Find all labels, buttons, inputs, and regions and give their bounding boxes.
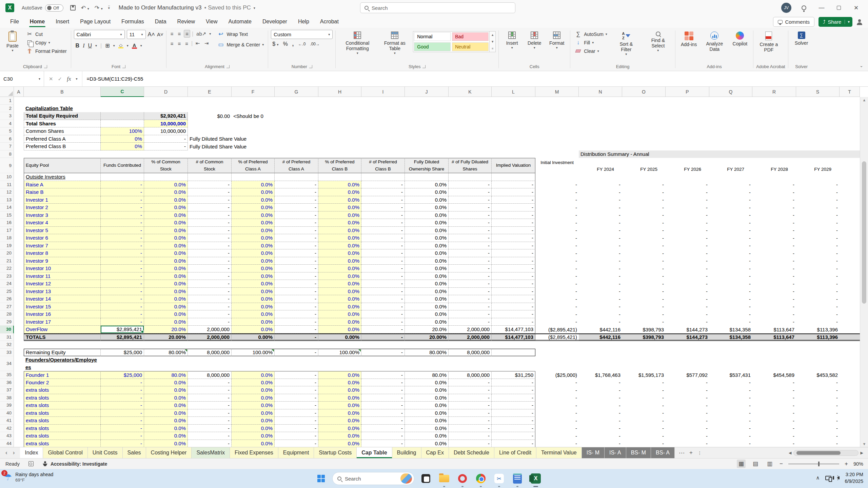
cell-G26[interactable]: -: [275, 295, 318, 303]
cell-L11[interactable]: -: [492, 181, 535, 189]
cell-J13[interactable]: 0.0%: [405, 196, 449, 204]
cell-F44[interactable]: 0.0%: [232, 440, 275, 447]
cell-F33[interactable]: 100.00%: [232, 349, 275, 357]
cell-G42[interactable]: -: [275, 425, 318, 432]
cell-I21[interactable]: -: [361, 257, 405, 265]
cell-D42[interactable]: 0.0%: [144, 425, 188, 432]
cell-O36[interactable]: -: [622, 379, 666, 387]
cell-G32[interactable]: [275, 341, 318, 349]
cell-A43[interactable]: [14, 432, 24, 440]
hscroll-right-icon[interactable]: ▶: [861, 451, 863, 455]
cell-F4[interactable]: [232, 120, 275, 128]
macro-record-icon[interactable]: [28, 461, 34, 466]
cell-M44[interactable]: -: [535, 440, 579, 447]
cell-C40[interactable]: -: [101, 409, 144, 417]
cell-H17[interactable]: 0.0%: [318, 227, 361, 235]
cell-F17[interactable]: 0.0%: [232, 227, 275, 235]
number-format-select[interactable]: Custom▾: [271, 30, 333, 39]
styles-launcher-icon[interactable]: [422, 65, 426, 68]
cell-E33[interactable]: 8,000,000: [188, 349, 232, 357]
cell-H2[interactable]: [318, 105, 361, 113]
cell-I43[interactable]: -: [361, 432, 405, 440]
cell-M26[interactable]: -: [535, 295, 579, 303]
cell-K18[interactable]: -: [449, 234, 492, 242]
cell-G16[interactable]: -: [275, 219, 318, 227]
cell-K35[interactable]: 8,000,000: [449, 371, 492, 379]
cell-R24[interactable]: -: [752, 280, 796, 288]
cell-G12[interactable]: -: [275, 188, 318, 196]
cell-T19[interactable]: [840, 242, 860, 250]
row-header-4[interactable]: 4: [0, 120, 14, 128]
cell-R32[interactable]: [752, 341, 796, 349]
cell-H16[interactable]: 0.0%: [318, 219, 361, 227]
cell-G35[interactable]: -: [275, 371, 318, 379]
cell-T2[interactable]: [840, 105, 860, 113]
cell-R36[interactable]: -: [752, 379, 796, 387]
cell-I29[interactable]: -: [361, 318, 405, 326]
cell-I39[interactable]: -: [361, 402, 405, 409]
cell-D19[interactable]: 0.0%: [144, 242, 188, 250]
cell-S12[interactable]: -: [796, 188, 840, 196]
opera-button[interactable]: [456, 472, 469, 485]
row-header-41[interactable]: 41: [0, 417, 14, 425]
cell-T12[interactable]: [840, 188, 860, 196]
row-header-40[interactable]: 40: [0, 409, 14, 417]
scroll-down-icon[interactable]: ▼: [860, 442, 868, 446]
cell-A6[interactable]: [14, 135, 24, 143]
gallery-more-icon[interactable]: ≡: [492, 47, 493, 50]
select-all-corner[interactable]: [0, 87, 14, 97]
cell-M43[interactable]: -: [535, 432, 579, 440]
cell-P13[interactable]: -: [666, 196, 709, 204]
cell-D26[interactable]: 0.0%: [144, 295, 188, 303]
font-name-select[interactable]: Calibri▾: [74, 30, 125, 39]
cell-S16[interactable]: -: [796, 219, 840, 227]
cell-T5[interactable]: [840, 127, 860, 135]
column-header-N[interactable]: N: [579, 87, 622, 97]
cell-C43[interactable]: -: [101, 432, 144, 440]
cell-O35[interactable]: $1,595,173: [622, 371, 666, 379]
cell-F1[interactable]: [232, 97, 275, 105]
cell-O22[interactable]: -: [622, 265, 666, 272]
sheet-tab-line-of-credit[interactable]: Line of Credit: [494, 447, 536, 458]
ribbon-tab-review[interactable]: Review: [172, 16, 200, 27]
cell-A37[interactable]: [14, 386, 24, 394]
cell-N9[interactable]: FY 2024: [579, 158, 622, 173]
cell-B13[interactable]: Investor 1: [24, 196, 101, 204]
cell-E43[interactable]: -: [188, 432, 232, 440]
cell-T43[interactable]: [840, 432, 860, 440]
cell-K3[interactable]: [449, 112, 492, 120]
cell-G37[interactable]: -: [275, 386, 318, 394]
start-button[interactable]: [315, 472, 328, 485]
cell-T29[interactable]: [840, 318, 860, 326]
cell-K19[interactable]: -: [449, 242, 492, 250]
cell-P19[interactable]: -: [666, 242, 709, 250]
alignment-launcher-icon[interactable]: [226, 65, 230, 68]
cell-H18[interactable]: 0.0%: [318, 234, 361, 242]
chrome-button[interactable]: [474, 472, 488, 485]
cell-R20[interactable]: -: [752, 249, 796, 257]
row-header-43[interactable]: 43: [0, 432, 14, 440]
cell-P30[interactable]: $144,273: [666, 326, 709, 333]
column-header-Q[interactable]: Q: [709, 87, 752, 97]
cell-Q11[interactable]: -: [709, 181, 752, 189]
cell-G9[interactable]: # of Preferred Class A: [275, 158, 318, 173]
cell-F41[interactable]: 0.0%: [232, 417, 275, 425]
cell-F31[interactable]: 0.00%: [232, 333, 275, 341]
cell-K43[interactable]: -: [449, 432, 492, 440]
cell-B22[interactable]: Investor 10: [24, 265, 101, 272]
cell-A35[interactable]: [14, 371, 24, 379]
cell-Q3[interactable]: [709, 112, 752, 120]
cell-O16[interactable]: -: [622, 219, 666, 227]
cell-B31[interactable]: TOTALS: [24, 333, 101, 341]
cell-E37[interactable]: -: [188, 386, 232, 394]
ribbon-tab-insert[interactable]: Insert: [50, 16, 75, 27]
cell-T7[interactable]: [840, 143, 860, 150]
cell-P9[interactable]: FY 2026: [666, 158, 709, 173]
row-header-18[interactable]: 18: [0, 234, 14, 242]
cell-J5[interactable]: [405, 127, 449, 135]
cell-G27[interactable]: -: [275, 303, 318, 311]
cell-E1[interactable]: [188, 97, 232, 105]
cell-N13[interactable]: -: [579, 196, 622, 204]
cell-O37[interactable]: -: [622, 386, 666, 394]
cell-G36[interactable]: -: [275, 379, 318, 387]
